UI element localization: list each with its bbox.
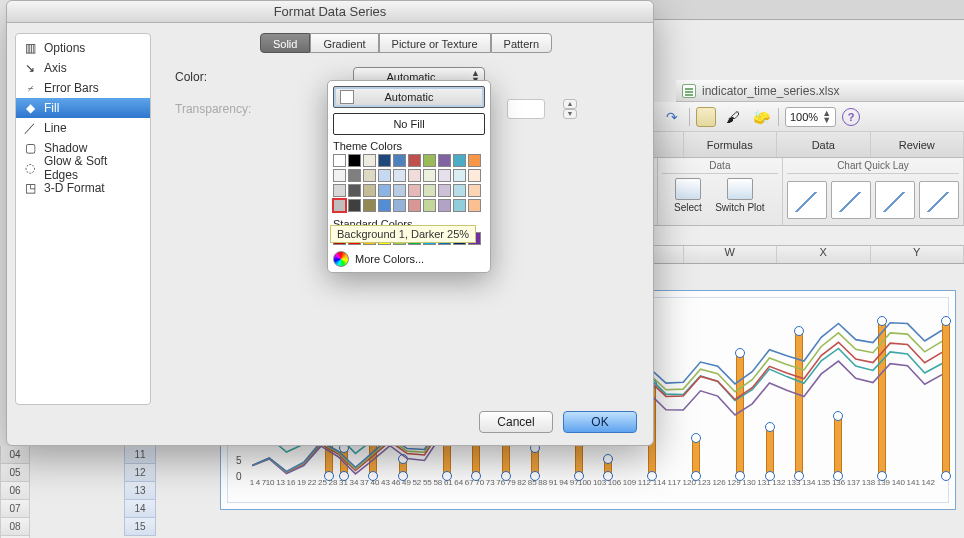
color-swatch[interactable] (468, 199, 481, 212)
bar[interactable] (942, 319, 950, 478)
row-header[interactable]: 11 (124, 446, 156, 464)
color-swatch[interactable] (378, 154, 391, 167)
color-swatch[interactable] (348, 184, 361, 197)
color-swatch[interactable] (408, 184, 421, 197)
color-swatch[interactable] (363, 199, 376, 212)
chart-layout-thumb[interactable] (787, 181, 827, 219)
format-painter-icon[interactable]: 🖌 (722, 107, 744, 127)
cancel-button[interactable]: Cancel (479, 411, 553, 433)
col-header[interactable]: W (684, 246, 778, 263)
col-header[interactable]: X (777, 246, 871, 263)
row-header[interactable]: 14 (124, 500, 156, 518)
row-headers-left: 04 05 06 07 08 09 (0, 446, 30, 538)
color-swatch[interactable] (408, 154, 421, 167)
sidebar-item-glow-soft-edges[interactable]: ◌Glow & Soft Edges (16, 158, 150, 178)
row-header[interactable]: 07 (0, 500, 30, 518)
color-swatch[interactable] (333, 184, 346, 197)
tab-picture[interactable]: Picture or Texture (379, 33, 491, 53)
color-swatch[interactable] (363, 169, 376, 182)
color-swatch[interactable] (363, 154, 376, 167)
clear-icon[interactable]: 🧽 (750, 107, 772, 127)
x-tick-label: 79 (507, 478, 516, 498)
row-header[interactable]: 15 (124, 518, 156, 536)
color-swatch[interactable] (423, 184, 436, 197)
color-swatch[interactable] (408, 169, 421, 182)
color-swatch[interactable] (408, 199, 421, 212)
color-swatch[interactable] (378, 184, 391, 197)
y-tick-label: 0 (236, 471, 242, 482)
x-tick-label: 120 (683, 478, 696, 498)
color-swatch[interactable] (438, 154, 451, 167)
color-swatch[interactable] (393, 169, 406, 182)
select-data-button[interactable]: Select (670, 178, 706, 222)
switch-plot-icon (727, 178, 753, 200)
zoom-control[interactable]: 100% ▲▼ (785, 107, 836, 127)
sidebar-item-fill[interactable]: ◆Fill (16, 98, 150, 118)
automatic-color-button[interactable]: Automatic (333, 86, 485, 108)
color-swatch[interactable] (438, 199, 451, 212)
color-swatch[interactable] (453, 184, 466, 197)
tab-gradient[interactable]: Gradient (310, 33, 378, 53)
sidebar-item-error-bars[interactable]: ⌿Error Bars (16, 78, 150, 98)
row-header[interactable]: 08 (0, 518, 30, 536)
color-swatch[interactable] (333, 154, 346, 167)
sidebar-item-axis[interactable]: ↘Axis (16, 58, 150, 78)
x-tick-label: 1 (250, 478, 254, 498)
color-wheel-icon (333, 251, 349, 267)
color-swatch[interactable] (378, 199, 391, 212)
row-header[interactable]: 04 (0, 446, 30, 464)
color-swatch[interactable] (378, 169, 391, 182)
color-swatch[interactable] (453, 199, 466, 212)
x-tick-label: 70 (475, 478, 484, 498)
color-swatch[interactable] (423, 169, 436, 182)
color-swatch[interactable] (348, 199, 361, 212)
color-swatch[interactable] (393, 199, 406, 212)
x-tick-label: 94 (559, 478, 568, 498)
color-swatch[interactable] (468, 184, 481, 197)
x-tick-label: 103 (593, 478, 606, 498)
ribbon-tab-formulas[interactable]: Formulas (684, 132, 778, 157)
clipboard-icon[interactable] (696, 107, 716, 127)
color-swatch[interactable] (333, 169, 346, 182)
stepper-icon[interactable]: ▲▼ (822, 110, 831, 124)
color-swatch[interactable] (438, 184, 451, 197)
x-tick-label: 82 (517, 478, 526, 498)
row-header[interactable]: 06 (0, 482, 30, 500)
sidebar-item-options[interactable]: ▥Options (16, 38, 150, 58)
row-header[interactable]: 12 (124, 464, 156, 482)
transparency-input[interactable] (507, 99, 545, 119)
color-swatch[interactable] (393, 154, 406, 167)
color-swatch[interactable] (453, 154, 466, 167)
ribbon-tab-review[interactable]: Review (871, 132, 965, 157)
redo-icon[interactable]: ↷ (661, 108, 683, 126)
row-header[interactable]: 13 (124, 482, 156, 500)
chart-layout-thumb[interactable] (919, 181, 959, 219)
ok-button[interactable]: OK (563, 411, 637, 433)
switch-plot-button[interactable]: Switch Plot (710, 178, 770, 222)
color-swatch[interactable] (423, 199, 436, 212)
color-swatch[interactable] (468, 154, 481, 167)
color-swatch[interactable] (348, 169, 361, 182)
x-tick-label: 117 (668, 478, 681, 498)
col-header[interactable]: Y (871, 246, 965, 263)
row-header[interactable]: 05 (0, 464, 30, 482)
color-swatch[interactable] (333, 199, 346, 212)
color-swatch[interactable] (393, 184, 406, 197)
color-swatch[interactable] (363, 184, 376, 197)
tab-solid[interactable]: Solid (260, 33, 310, 53)
color-swatch[interactable] (453, 169, 466, 182)
x-tick-label: 133 (787, 478, 800, 498)
chart-layout-thumb[interactable] (831, 181, 871, 219)
color-swatch[interactable] (438, 169, 451, 182)
sidebar-item-line[interactable]: ／Line (16, 118, 150, 138)
chart-layout-thumb[interactable] (875, 181, 915, 219)
help-icon[interactable]: ? (842, 108, 860, 126)
color-swatch[interactable] (423, 154, 436, 167)
more-colors-button[interactable]: More Colors... (333, 251, 485, 267)
color-swatch[interactable] (468, 169, 481, 182)
ribbon-tab-data[interactable]: Data (777, 132, 871, 157)
color-swatch[interactable] (348, 154, 361, 167)
transparency-stepper[interactable]: ▲▼ (563, 99, 577, 119)
tab-pattern[interactable]: Pattern (491, 33, 552, 53)
no-fill-button[interactable]: No Fill (333, 113, 485, 135)
